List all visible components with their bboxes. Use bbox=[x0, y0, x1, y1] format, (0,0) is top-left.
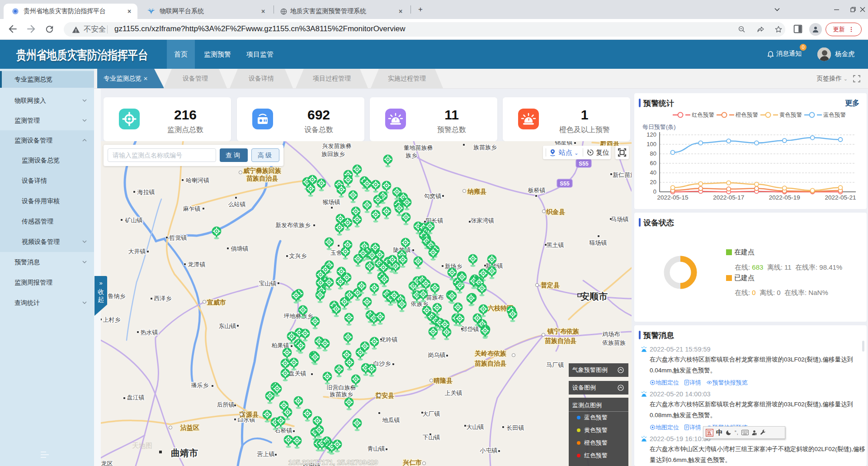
svg-text:黄色预警: 黄色预警 bbox=[779, 112, 802, 118]
svg-text:橙色预警: 橙色预警 bbox=[736, 112, 759, 118]
svg-text:白沙乡: 白沙乡 bbox=[373, 360, 391, 367]
svg-text:60: 60 bbox=[650, 160, 656, 166]
svg-text:100: 100 bbox=[646, 141, 656, 147]
svg-text:S55: S55 bbox=[560, 181, 570, 187]
svg-text:龙吟镇: 龙吟镇 bbox=[380, 336, 398, 343]
svg-text:红色预警: 红色预警 bbox=[692, 112, 715, 118]
svg-text:曲靖市: 曲靖市 bbox=[171, 448, 198, 458]
svg-text:鲁纳乡: 鲁纳乡 bbox=[108, 293, 126, 300]
svg-text:威宁彝族回族: 威宁彝族回族 bbox=[243, 167, 281, 174]
svg-text:张家湾镇: 张家湾镇 bbox=[471, 217, 494, 224]
svg-text:新仁苗族: 新仁苗族 bbox=[613, 171, 632, 178]
svg-text:青山镇: 青山镇 bbox=[368, 445, 385, 452]
svg-text:普定县: 普定县 bbox=[541, 281, 560, 289]
svg-text:马厂镇: 马厂镇 bbox=[547, 361, 564, 368]
svg-text:2022-05-15: 2022-05-15 bbox=[657, 194, 688, 201]
svg-text:文兴乡: 文兴乡 bbox=[289, 252, 307, 259]
svg-text:猫场镇: 猫场镇 bbox=[589, 239, 607, 246]
svg-text:锦星镇: 锦星镇 bbox=[555, 141, 573, 146]
svg-text:倘塘镇: 倘塘镇 bbox=[231, 245, 249, 252]
svg-text:旧营白族彝: 旧营白族彝 bbox=[327, 384, 356, 391]
svg-text:郎岱镇: 郎岱镇 bbox=[462, 326, 479, 333]
svg-text:哈喇河镇: 哈喇河镇 bbox=[186, 177, 209, 184]
svg-text:坪地彝族乡: 坪地彝族乡 bbox=[283, 313, 313, 319]
svg-text:每日预警(条): 每日预警(条) bbox=[642, 124, 676, 130]
svg-text:么站镇: 么站镇 bbox=[228, 201, 246, 208]
svg-text:40: 40 bbox=[650, 169, 656, 176]
svg-text:柏果镇: 柏果镇 bbox=[271, 342, 289, 349]
svg-text:西泽乡: 西泽乡 bbox=[154, 295, 172, 302]
svg-text:勾窝镇: 勾窝镇 bbox=[424, 193, 442, 200]
svg-text:上关镇: 上关镇 bbox=[445, 390, 462, 396]
svg-text:0: 0 bbox=[653, 188, 656, 195]
svg-text:天地图: 天地图 bbox=[132, 442, 152, 449]
svg-text:族回族乡: 族回族乡 bbox=[321, 151, 345, 157]
svg-text:后所镇: 后所镇 bbox=[217, 401, 235, 408]
svg-text:猴场镇: 猴场镇 bbox=[323, 199, 340, 205]
svg-text:盘关镇: 盘关镇 bbox=[289, 370, 307, 377]
svg-text:2022-05-21: 2022-05-21 bbox=[825, 194, 856, 201]
svg-text:苗族自治县: 苗族自治县 bbox=[475, 360, 506, 367]
svg-text:2022-05-17: 2022-05-17 bbox=[713, 194, 744, 201]
svg-text:苗族自治县: 苗族自治县 bbox=[545, 337, 576, 344]
svg-text:2022-05-19: 2022-05-19 bbox=[769, 194, 800, 201]
svg-text:蓝色预警: 蓝色预警 bbox=[823, 112, 846, 118]
svg-text:龙潭镇: 龙潭镇 bbox=[188, 261, 206, 268]
svg-text:S55: S55 bbox=[579, 161, 589, 167]
svg-text:兴仁市: 兴仁市 bbox=[402, 459, 422, 466]
svg-text:大厂镇: 大厂镇 bbox=[423, 410, 440, 417]
svg-text:东山镇: 东山镇 bbox=[219, 323, 236, 329]
svg-text:石桥镇: 石桥镇 bbox=[275, 427, 292, 434]
svg-text:120: 120 bbox=[646, 131, 656, 138]
svg-text:长田镇: 长田镇 bbox=[507, 424, 524, 431]
svg-text:关岭布依族: 关岭布依族 bbox=[474, 350, 506, 357]
svg-text:董地苗族彝: 董地苗族彝 bbox=[404, 144, 433, 151]
svg-text:马龙区: 马龙区 bbox=[101, 460, 113, 466]
svg-text:新发布依族乡: 新发布依族乡 bbox=[275, 222, 311, 228]
svg-text:族苗族乡: 族苗族乡 bbox=[473, 144, 497, 151]
svg-text:兴发苗族彝: 兴发苗族彝 bbox=[322, 143, 352, 149]
svg-text:大山镇: 大山镇 bbox=[467, 423, 484, 430]
svg-text:20: 20 bbox=[650, 179, 656, 185]
svg-text:板桥镇: 板桥镇 bbox=[528, 187, 546, 194]
svg-text:马场镇: 马场镇 bbox=[611, 216, 629, 223]
svg-text:岗乌镇: 岗乌镇 bbox=[428, 352, 446, 358]
svg-text:小屯镇: 小屯镇 bbox=[480, 447, 498, 454]
svg-text:盘江镇: 盘江镇 bbox=[127, 394, 145, 401]
svg-text:族乡: 族乡 bbox=[406, 152, 417, 159]
svg-text:织金县: 织金县 bbox=[546, 208, 565, 215]
svg-text:宣威市: 宣威市 bbox=[207, 299, 226, 306]
svg-text:麻乍镇: 麻乍镇 bbox=[183, 205, 201, 212]
svg-text:矿山镇: 矿山镇 bbox=[125, 217, 143, 223]
svg-text:营上镇: 营上镇 bbox=[257, 451, 275, 457]
svg-text:80: 80 bbox=[650, 150, 656, 157]
svg-text:晴隆县: 晴隆县 bbox=[434, 377, 453, 384]
svg-text:黑土镇: 黑土镇 bbox=[547, 242, 564, 248]
svg-text:安顺市: 安顺市 bbox=[580, 291, 608, 301]
svg-text:热水镇: 热水镇 bbox=[141, 329, 158, 336]
svg-text:纳雍县: 纳雍县 bbox=[467, 188, 486, 195]
svg-text:哲觉镇: 哲觉镇 bbox=[169, 234, 187, 241]
svg-text:依族苗族: 依族苗族 bbox=[602, 339, 626, 346]
svg-text:海拉镇: 海拉镇 bbox=[137, 189, 155, 195]
svg-text:鸡场布: 鸡场布 bbox=[602, 331, 620, 338]
svg-text:族苗族乡: 族苗族乡 bbox=[330, 391, 353, 398]
svg-text:地瓜镇: 地瓜镇 bbox=[382, 417, 400, 423]
svg-text:大井镇: 大井镇 bbox=[128, 248, 146, 255]
svg-text:105.32977171, 25.92709429: 105.32977171, 25.92709429 bbox=[288, 458, 378, 466]
svg-text:宝山镇: 宝山镇 bbox=[259, 280, 277, 287]
svg-text:上村乡: 上村乡 bbox=[103, 316, 121, 323]
svg-text:播乐乡: 播乐乡 bbox=[191, 382, 209, 389]
svg-text:苗族自治县: 苗族自治县 bbox=[246, 175, 278, 182]
svg-text:镇宁布依族: 镇宁布依族 bbox=[547, 328, 579, 335]
svg-text:沾益区: 沾益区 bbox=[180, 424, 199, 431]
